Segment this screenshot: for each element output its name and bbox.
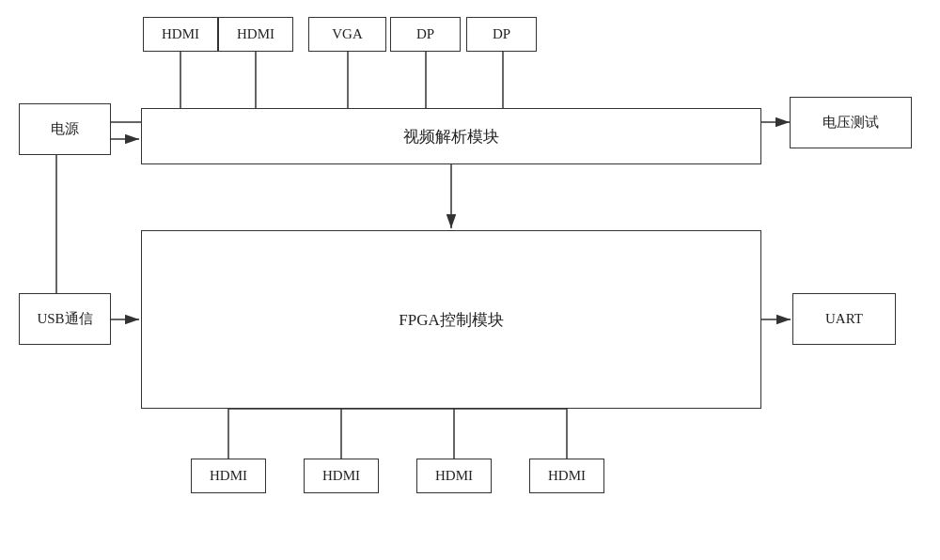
hdmi3-bottom-box: HDMI [416,459,492,493]
hdmi4-bottom-box: HDMI [529,459,604,493]
diagram-container: 电源 USB通信 电压测试 UART HDMI HDMI VGA DP DP 视… [0,0,940,560]
uart-box: UART [792,293,896,345]
hdmi2-bottom-box: HDMI [304,459,379,493]
power-label: 电源 [51,120,79,138]
hdmi2-top-label: HDMI [237,26,274,42]
dp1-top-box: DP [390,17,461,52]
power-box: 电源 [19,103,111,155]
hdmi1-bottom-label: HDMI [210,468,247,484]
uart-label: UART [825,311,863,327]
hdmi3-bottom-label: HDMI [435,468,473,484]
hdmi1-top-label: HDMI [162,26,199,42]
voltage-test-label: 电压测试 [822,114,879,132]
hdmi2-top-box: HDMI [218,17,293,52]
dp2-top-label: DP [493,26,510,42]
hdmi2-bottom-label: HDMI [322,468,360,484]
fpga-module-box: FPGA控制模块 [141,230,761,409]
vga-top-label: VGA [332,26,363,42]
voltage-test-box: 电压测试 [790,97,912,148]
video-module-label: 视频解析模块 [403,126,499,148]
hdmi1-top-box: HDMI [143,17,218,52]
usb-label: USB通信 [37,310,92,328]
dp1-top-label: DP [416,26,434,42]
hdmi4-bottom-label: HDMI [548,468,586,484]
video-module-box: 视频解析模块 [141,108,761,164]
usb-box: USB通信 [19,293,111,345]
fpga-module-label: FPGA控制模块 [399,309,503,331]
hdmi1-bottom-box: HDMI [191,459,266,493]
vga-top-box: VGA [308,17,386,52]
dp2-top-box: DP [466,17,537,52]
